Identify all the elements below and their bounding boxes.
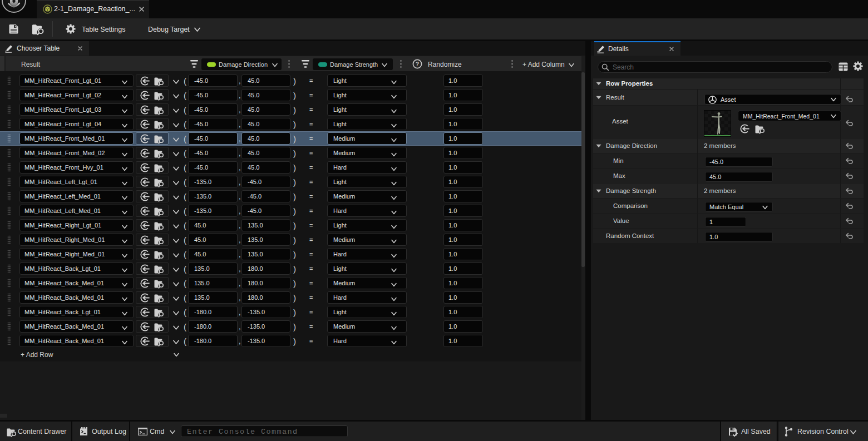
svg-text:?: ? [416,61,419,67]
